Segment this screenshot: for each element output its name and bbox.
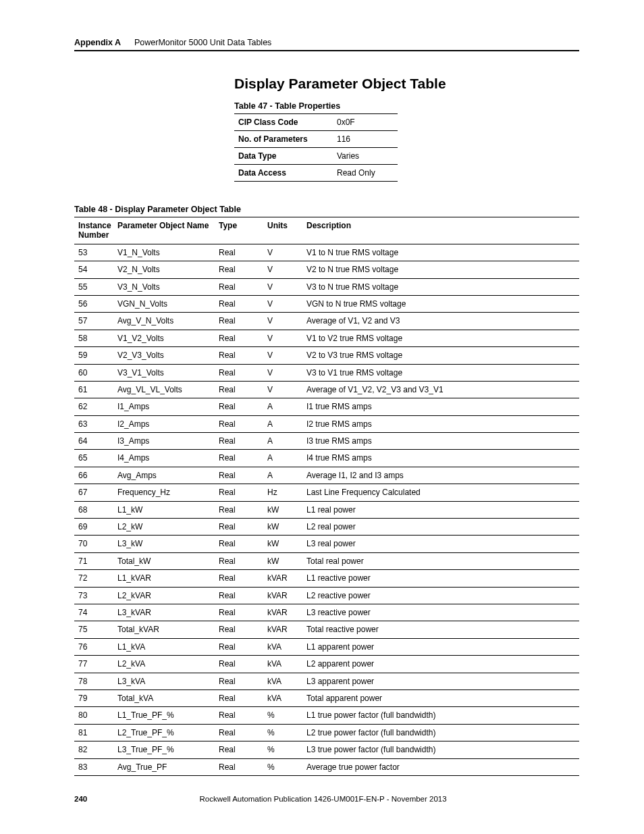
cell-units: kVA (263, 673, 302, 689)
cell-desc: Total real power (302, 552, 579, 569)
cell-instance: 61 (74, 381, 113, 398)
cell-instance: 55 (74, 278, 113, 295)
cell-name: L2_kVAR (113, 587, 215, 604)
table-row: 56VGN_N_VoltsRealVVGN to N true RMS volt… (74, 295, 579, 312)
cell-desc: V2 to V3 true RMS voltage (302, 347, 579, 364)
publication-line: Rockwell Automation Publication 1426-UM0… (87, 795, 559, 803)
cell-name: L3_True_PF_% (113, 741, 215, 758)
cell-type: Real (215, 758, 263, 775)
cell-desc: L1 true power factor (full bandwidth) (302, 707, 579, 724)
cell-instance: 54 (74, 261, 113, 278)
cell-units: V (263, 330, 302, 346)
table-row: 60V3_V1_VoltsRealVV3 to V1 true RMS volt… (74, 364, 579, 381)
table-row: 66Avg_AmpsRealAAverage I1, I2 and I3 amp… (74, 467, 579, 484)
cell-desc: VGN to N true RMS voltage (302, 295, 579, 312)
cell-desc: V1 to N true RMS voltage (302, 244, 579, 261)
table-row: 72L1_kVARRealkVARL1 reactive power (74, 570, 579, 587)
cell-units: Hz (263, 484, 302, 501)
table-row: CIP Class Code0x0F (234, 114, 398, 131)
cell-type: Real (215, 381, 263, 398)
section-title: Display Parameter Object Table (74, 76, 579, 92)
table-row: 75Total_kVARRealkVARTotal reactive power (74, 621, 579, 638)
cell-units: kVA (263, 689, 302, 706)
table-properties: CIP Class Code0x0FNo. of Parameters116Da… (234, 113, 398, 182)
table-row: 80L1_True_PF_%Real%L1 true power factor … (74, 707, 579, 724)
cell-instance: 57 (74, 313, 113, 330)
cell-desc: Average of V1, V2 and V3 (302, 313, 579, 330)
table-row: Data AccessRead Only (234, 165, 398, 182)
cell-instance: 81 (74, 724, 113, 741)
cell-units: V (263, 347, 302, 364)
cell-type: Real (215, 689, 263, 706)
table-row: 63I2_AmpsRealAI2 true RMS amps (74, 415, 579, 432)
cell-desc: V2 to N true RMS voltage (302, 261, 579, 278)
prop-value: Varies (333, 148, 398, 165)
table-row: 77L2_kVARealkVAL2 apparent power (74, 656, 579, 673)
cell-name: I3_Amps (113, 433, 215, 450)
cell-instance: 77 (74, 656, 113, 673)
cell-desc: I2 true RMS amps (302, 415, 579, 432)
cell-instance: 68 (74, 501, 113, 518)
cell-type: Real (215, 519, 263, 536)
cell-instance: 62 (74, 398, 113, 415)
table-row: Data TypeVaries (234, 148, 398, 165)
cell-desc: Average of V1_V2, V2_V3 and V3_V1 (302, 381, 579, 398)
cell-units: kW (263, 519, 302, 536)
chapter-title: PowerMonitor 5000 Unit Data Tables (134, 38, 271, 47)
table-row: 81L2_True_PF_%Real%L2 true power factor … (74, 724, 579, 741)
table-row: 58V1_V2_VoltsRealVV1 to V2 true RMS volt… (74, 330, 579, 346)
table-row: 61Avg_VL_VL_VoltsRealVAverage of V1_V2, … (74, 381, 579, 398)
cell-instance: 75 (74, 621, 113, 638)
cell-instance: 66 (74, 467, 113, 484)
cell-type: Real (215, 552, 263, 569)
cell-instance: 73 (74, 587, 113, 604)
table-row: 54V2_N_VoltsRealVV2 to N true RMS voltag… (74, 261, 579, 278)
cell-instance: 59 (74, 347, 113, 364)
table-row: 62I1_AmpsRealAI1 true RMS amps (74, 398, 579, 415)
col-type: Type (215, 217, 263, 244)
cell-desc: Average I1, I2 and I3 amps (302, 467, 579, 484)
cell-type: Real (215, 261, 263, 278)
col-units: Units (263, 217, 302, 244)
cell-units: % (263, 758, 302, 775)
cell-units: kW (263, 552, 302, 569)
cell-type: Real (215, 587, 263, 604)
cell-type: Real (215, 433, 263, 450)
table-row: 70L3_kWRealkWL3 real power (74, 536, 579, 552)
col-instance: Instance Number (74, 217, 113, 244)
cell-name: I2_Amps (113, 415, 215, 432)
cell-desc: L2 real power (302, 519, 579, 536)
page-number: 240 (74, 795, 87, 803)
cell-name: V2_N_Volts (113, 261, 215, 278)
cell-desc: L1 reactive power (302, 570, 579, 587)
cell-desc: L1 real power (302, 501, 579, 518)
cell-instance: 72 (74, 570, 113, 587)
cell-desc: Total reactive power (302, 621, 579, 638)
cell-type: Real (215, 536, 263, 552)
cell-type: Real (215, 415, 263, 432)
cell-name: L3_kVAR (113, 604, 215, 621)
cell-name: L3_kVA (113, 673, 215, 689)
cell-desc: L2 reactive power (302, 587, 579, 604)
cell-desc: V3 to V1 true RMS voltage (302, 364, 579, 381)
cell-type: Real (215, 295, 263, 312)
cell-instance: 65 (74, 450, 113, 467)
cell-type: Real (215, 621, 263, 638)
cell-desc: L2 apparent power (302, 656, 579, 673)
cell-name: L2_True_PF_% (113, 724, 215, 741)
table-row: 79Total_kVARealkVATotal apparent power (74, 689, 579, 706)
cell-instance: 64 (74, 433, 113, 450)
cell-type: Real (215, 484, 263, 501)
cell-units: V (263, 381, 302, 398)
cell-instance: 71 (74, 552, 113, 569)
cell-units: kVAR (263, 587, 302, 604)
cell-units: kVA (263, 656, 302, 673)
table-row: 69L2_kWRealkWL2 real power (74, 519, 579, 536)
cell-name: Total_kVAR (113, 621, 215, 638)
cell-instance: 69 (74, 519, 113, 536)
cell-instance: 67 (74, 484, 113, 501)
table-row: No. of Parameters116 (234, 131, 398, 148)
cell-type: Real (215, 673, 263, 689)
cell-instance: 70 (74, 536, 113, 552)
cell-type: Real (215, 467, 263, 484)
